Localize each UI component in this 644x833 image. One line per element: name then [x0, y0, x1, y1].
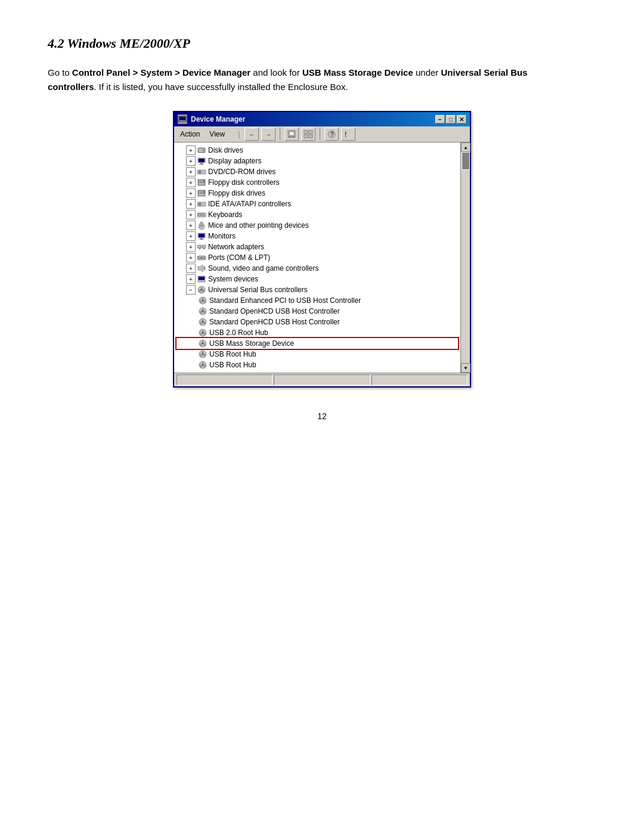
- tree-item-std-openhcd-1[interactable]: Standard OpenHCD USB Host Controller: [177, 306, 458, 317]
- svg-point-15: [203, 150, 205, 151]
- statusbar: [174, 373, 470, 386]
- svg-rect-9: [309, 135, 312, 138]
- titlebar-buttons[interactable]: − □ ✕: [435, 115, 466, 123]
- expander-network-adapters[interactable]: +: [186, 242, 196, 252]
- svg-point-68: [204, 301, 206, 303]
- tree-item-usb-root-hub-2[interactable]: USB Root Hub: [177, 349, 458, 360]
- tree-item-network-adapters[interactable]: + Network adapters: [177, 241, 458, 252]
- tree-item-usb-mass-storage[interactable]: USB Mass Storage Device: [177, 338, 458, 349]
- usb-controllers-icon: [197, 285, 206, 295]
- tree-item-floppy-controllers[interactable]: + Floppy disk controllers: [177, 177, 458, 188]
- toolbar-sep-1: [280, 128, 280, 140]
- usb-mass-storage-icon: [198, 339, 208, 348]
- expander-dvd-cdrom[interactable]: +: [186, 167, 196, 176]
- monitors-label: Monitors: [208, 232, 236, 240]
- scroll-thumb[interactable]: [462, 152, 470, 170]
- svg-rect-50: [202, 245, 206, 248]
- toolbar-view[interactable]: [301, 128, 315, 141]
- floppy-controllers-label: Floppy disk controllers: [208, 178, 279, 187]
- scrollbar-track[interactable]: [461, 152, 470, 363]
- svg-rect-57: [205, 256, 206, 259]
- expander-ide-atapi[interactable]: +: [186, 199, 196, 209]
- svg-point-80: [204, 344, 206, 346]
- tree-item-std-enhanced[interactable]: Standard Enhanced PCI to USB Host Contro…: [177, 295, 458, 306]
- display-adapters-icon: [197, 156, 206, 166]
- svg-rect-1: [179, 117, 185, 120]
- tree-item-ide-atapi[interactable]: + IDE ATA/ATAPI controllers: [177, 199, 458, 209]
- system-devices-label: System devices: [208, 275, 258, 283]
- svg-point-67: [200, 301, 202, 303]
- tree-item-usb-controllers[interactable]: − Universal Serial Bus controllers: [177, 284, 458, 295]
- expander-floppy-drives[interactable]: +: [186, 188, 196, 198]
- toolbar-refresh[interactable]: !: [341, 128, 355, 141]
- tree-item-mice[interactable]: + Mice and other pointing devices: [177, 220, 458, 231]
- svg-rect-49: [197, 245, 201, 248]
- svg-point-22: [199, 172, 200, 172]
- bold-nav-path: Control Panel > System > Device Manager: [72, 67, 250, 78]
- scroll-up-button[interactable]: ▲: [461, 143, 470, 152]
- tree-item-usb-root-hub[interactable]: USB 2.0 Root Hub: [177, 327, 458, 338]
- expander-system-devices[interactable]: +: [186, 274, 196, 284]
- expander-sound-video[interactable]: +: [186, 264, 196, 273]
- expander-disk-drives[interactable]: +: [186, 145, 196, 155]
- toolbar-help[interactable]: ?: [324, 128, 339, 141]
- expander-ports[interactable]: +: [186, 253, 196, 262]
- status-panel-3: [371, 374, 467, 385]
- svg-rect-52: [199, 248, 200, 249]
- svg-point-77: [204, 333, 206, 335]
- expander-mice[interactable]: +: [186, 221, 196, 230]
- svg-point-71: [204, 312, 206, 314]
- menu-action[interactable]: Action: [177, 129, 203, 140]
- tree-item-display-adapters[interactable]: + Display adapters: [177, 156, 458, 166]
- tree-item-floppy-drives[interactable]: + Floppy disk drives: [177, 188, 458, 199]
- expander-display-adapters[interactable]: +: [186, 156, 196, 166]
- network-adapters-label: Network adapters: [208, 243, 264, 251]
- svg-rect-37: [202, 213, 203, 215]
- expander-monitors[interactable]: +: [186, 231, 196, 241]
- svg-rect-5: [288, 137, 295, 138]
- toolbar-back[interactable]: ←: [244, 128, 259, 141]
- toolbar-forward[interactable]: →: [261, 128, 275, 141]
- tree-item-usb-root-hub-3[interactable]: USB Root Hub: [177, 360, 458, 370]
- svg-rect-61: [199, 280, 201, 281]
- std-openhcd-2-icon: [198, 317, 208, 327]
- status-panel-1: [177, 374, 273, 385]
- tree-item-disk-drives[interactable]: + Disk drives: [177, 145, 458, 156]
- svg-rect-38: [203, 213, 205, 215]
- tree-item-dvd-cdrom[interactable]: + DVD/CD-ROM drives: [177, 166, 458, 177]
- expander-keyboards[interactable]: +: [186, 210, 196, 219]
- usb-root-hub-2-icon: [198, 349, 208, 359]
- svg-point-86: [204, 366, 206, 367]
- svg-rect-56: [197, 256, 199, 259]
- svg-rect-26: [199, 183, 205, 185]
- close-button[interactable]: ✕: [457, 115, 466, 123]
- svg-point-76: [200, 333, 202, 335]
- toolbar-properties[interactable]: [284, 128, 299, 141]
- tree-item-sound-video[interactable]: + Sound, video and game controllers: [177, 263, 458, 274]
- svg-point-79: [200, 344, 202, 346]
- dvd-cdrom-label: DVD/CD-ROM drives: [208, 168, 275, 176]
- tree-item-ports[interactable]: + Ports (COM & LPT): [177, 252, 458, 263]
- expander-floppy-controllers[interactable]: +: [186, 178, 196, 187]
- usb-controllers-label: Universal Serial Bus controllers: [208, 286, 308, 294]
- tree-item-std-openhcd-2[interactable]: Standard OpenHCD USB Host Controller: [177, 317, 458, 327]
- ide-atapi-icon: [197, 199, 206, 209]
- svg-text:?: ?: [330, 131, 334, 138]
- scrollbar[interactable]: ▲ ▼: [460, 143, 470, 373]
- std-openhcd-1-icon: [198, 306, 208, 316]
- svg-rect-30: [199, 194, 205, 196]
- tree-item-keyboards[interactable]: + Keyboards: [177, 209, 458, 220]
- maximize-button[interactable]: □: [446, 115, 456, 123]
- tree-item-monitors[interactable]: + Monitors: [177, 231, 458, 241]
- tree-item-system-devices[interactable]: + System devices: [177, 274, 458, 284]
- scroll-down-button[interactable]: ▼: [461, 363, 470, 373]
- svg-point-73: [200, 323, 202, 324]
- expander-usb-controllers[interactable]: −: [186, 285, 196, 295]
- svg-point-82: [200, 355, 202, 357]
- svg-rect-55: [200, 257, 203, 259]
- svg-point-85: [200, 366, 202, 367]
- content-area: + Disk drives + Display adapters: [174, 143, 470, 373]
- minimize-button[interactable]: −: [435, 115, 445, 123]
- menu-view[interactable]: View: [206, 129, 228, 140]
- usb-root-hub-3-label: USB Root Hub: [209, 361, 256, 369]
